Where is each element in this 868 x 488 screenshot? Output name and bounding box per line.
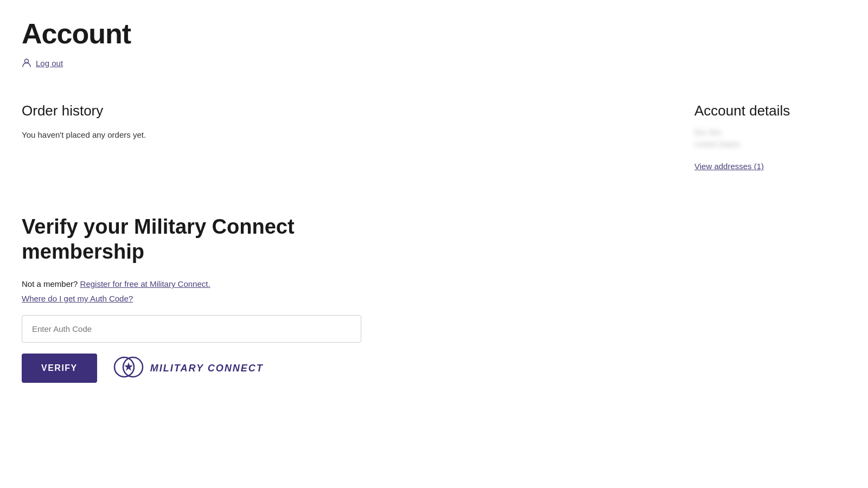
account-name: blur blur [694,128,846,137]
not-member-text: Not a member? Register for free at Milit… [22,279,418,288]
logout-link[interactable]: Log out [22,58,63,68]
main-content: Order history You haven't placed any ord… [22,102,846,171]
page-container: Account Log out Order history You haven'… [0,0,868,401]
view-addresses-link[interactable]: View addresses (1) [694,162,764,171]
account-details-section: Account details blur blur United States … [694,102,846,171]
verify-row: VERIFY MILITARY CONNECT [22,354,418,383]
svg-point-0 [25,59,29,63]
page-title: Account [22,18,846,49]
military-connect-logo: MILITARY CONNECT [112,355,264,381]
svg-point-2 [123,357,143,377]
logout-label: Log out [36,59,63,68]
verify-title: Verify your Military Connect membership [22,215,418,264]
account-details-title: Account details [694,102,846,119]
military-connect-icon [112,355,145,381]
auth-code-link[interactable]: Where do I get my Auth Code? [22,294,133,303]
person-icon [22,58,31,68]
order-history-section: Order history You haven't placed any ord… [22,102,510,171]
account-country: United States [694,140,846,149]
svg-point-1 [114,357,134,377]
verify-section: Verify your Military Connect membership … [22,215,418,383]
empty-orders-text: You haven't placed any orders yet. [22,130,510,139]
auth-code-input[interactable] [22,315,361,343]
military-connect-text: MILITARY CONNECT [150,363,264,374]
register-link[interactable]: Register for free at Military Connect. [80,279,210,288]
order-history-title: Order history [22,102,510,119]
verify-button[interactable]: VERIFY [22,354,97,383]
svg-marker-3 [124,362,133,371]
